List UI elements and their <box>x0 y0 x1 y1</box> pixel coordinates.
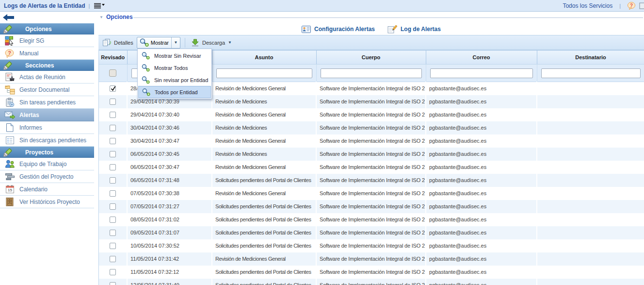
sidebar-group-secciones[interactable]: Secciones <box>0 60 94 71</box>
menu-lines-icon[interactable] <box>93 2 105 9</box>
cuerpo-filter-input[interactable] <box>321 68 422 78</box>
table-row[interactable]: 09/05/2014 07:31:07Solicitudes pendiente… <box>99 226 644 239</box>
back-arrow-icon[interactable] <box>3 14 14 21</box>
collapse-arrow-icon[interactable]: ▼ <box>99 15 103 19</box>
row-checkbox[interactable] <box>110 217 116 223</box>
todos-los-servicios-link[interactable]: Todos los Servicios <box>563 2 612 9</box>
row-checkbox[interactable] <box>110 164 116 170</box>
row-checkbox[interactable] <box>110 190 116 197</box>
table-row[interactable]: 11/05/2014 07:31:42Revisión de Medicione… <box>99 252 644 266</box>
col-correo[interactable]: Correo <box>426 50 537 65</box>
row-checkbox[interactable] <box>110 230 116 236</box>
manual-icon: ? <box>0 49 19 58</box>
menu-item-3[interactable]: Sin revisar por Entidad <box>138 74 211 86</box>
sidebar-item-calendario[interactable]: 15Calendario <box>0 183 94 196</box>
configuracion-alertas-link[interactable]: Configuración Alertas <box>302 26 375 33</box>
select-all-checkbox[interactable] <box>109 69 116 77</box>
row-checkbox[interactable] <box>110 85 116 92</box>
cell-asunto: Solicitudes pendientes del Portal de Cli… <box>212 226 316 239</box>
row-checkbox[interactable] <box>110 112 116 118</box>
section-legend: Opciones <box>106 14 133 20</box>
cell-fecha: 07/05/2014 07:30:38 <box>127 187 212 200</box>
row-checkbox[interactable] <box>110 138 116 144</box>
row-checkbox[interactable] <box>110 269 116 275</box>
row-checkbox[interactable] <box>110 151 116 157</box>
sidebar-item-descargas[interactable]: Sin descargas pendientes <box>0 134 94 147</box>
table-row[interactable]: 10/05/2014 07:30:52Solicitudes pendiente… <box>99 239 644 252</box>
descarga-icon <box>191 39 199 47</box>
cell-cuerpo: Software de Implementación Integral de I… <box>316 161 426 174</box>
col-revisado[interactable]: Revisado <box>99 50 127 65</box>
sidebar-group-label: Opciones <box>25 26 52 33</box>
row-checkbox[interactable] <box>110 99 116 105</box>
table-row[interactable]: 12/05/2014 07:31:49Solicitudes pendiente… <box>99 279 644 285</box>
menu-item-1[interactable]: Mostrar Sin Revisar <box>138 50 211 62</box>
cell-fecha: 30/04/2014 07:30:47 <box>127 134 212 148</box>
table-row[interactable]: 07/05/2014 07:31:27Solicitudes pendiente… <box>99 200 644 213</box>
cell-correo: pgbastante@audisec.es <box>426 121 537 134</box>
svg-text:?: ? <box>8 50 11 55</box>
menu-item-4[interactable]: Todos por Entidad <box>138 86 211 98</box>
legend-rule <box>133 17 643 18</box>
menu-item-label: Sin revisar por Entidad <box>154 77 208 83</box>
sidebar-item-equipo[interactable]: Equipo de Trabajo <box>0 158 94 170</box>
row-checkbox[interactable] <box>110 125 116 131</box>
log-pencil-icon <box>387 25 397 34</box>
mostrar-split-button[interactable]: Mostrar ▼ <box>137 37 180 49</box>
table-row[interactable]: 30/04/2014 07:30:47Revisión de Medicione… <box>99 134 644 148</box>
sidebar: OpcionesElegir SG?ManualSeccionesActas d… <box>0 12 94 208</box>
descargas-icon <box>0 136 19 145</box>
col-cuerpo[interactable]: Cuerpo <box>316 50 426 65</box>
sidebar-item-gestor-documental[interactable]: Gestor Documental <box>0 84 94 96</box>
sidebar-item-alertas[interactable]: Alertas <box>0 109 94 121</box>
cell-asunto: Solicitudes pendientes del Portal de Cli… <box>212 266 316 279</box>
table-row[interactable]: 07/05/2014 07:30:38Revisión de Medicione… <box>99 187 644 200</box>
cell-asunto: Revisión de Mediciones <box>212 95 316 108</box>
table-row[interactable]: 06/05/2014 07:30:47Revisión de Medicione… <box>99 161 644 174</box>
sidebar-group-proyectos[interactable]: Proyectos <box>0 147 94 158</box>
table-row[interactable]: 08/05/2014 07:31:02Solicitudes pendiente… <box>99 213 644 226</box>
lupa-plus-icon <box>142 64 150 72</box>
lupa-plus-icon <box>142 52 150 60</box>
sidebar-item-tareas[interactable]: Sin tareas pendientes <box>0 96 94 109</box>
row-checkbox[interactable] <box>110 256 116 262</box>
mostrar-dropdown-arrow[interactable]: ▼ <box>171 37 180 48</box>
row-checkbox[interactable] <box>110 203 116 210</box>
row-checkbox[interactable] <box>110 243 116 249</box>
destinatario-filter-input[interactable] <box>541 68 641 78</box>
cell-fecha: 12/05/2014 07:31:49 <box>127 279 212 285</box>
row-checkbox[interactable] <box>110 177 116 184</box>
descarga-dropdown-arrow[interactable]: ▼ <box>228 40 232 45</box>
sidebar-item-gestion-proyecto[interactable]: Gestión del Proyecto <box>0 170 94 183</box>
correo-filter-input[interactable] <box>430 68 533 78</box>
row-checkbox[interactable] <box>110 282 116 285</box>
sidebar-group-opciones[interactable]: Opciones <box>0 23 94 34</box>
cell-cuerpo: Software de Implementación Integral de I… <box>316 82 426 95</box>
configuracion-alertas-label: Configuración Alertas <box>314 26 375 33</box>
help-icon[interactable]: ? <box>628 2 636 10</box>
menu-item-2[interactable]: Mostrar Todos <box>138 62 211 74</box>
cell-destinatario <box>537 121 644 134</box>
table-row[interactable]: 29/04/2014 07:30:40Revisión de Medicione… <box>99 108 644 121</box>
col-destinatario[interactable]: Destinatario <box>537 50 644 65</box>
sidebar-item-actas-reunion[interactable]: Actas de Reunión <box>0 71 94 84</box>
col-asunto[interactable]: Asunto <box>212 50 316 65</box>
descarga-button[interactable]: Descarga ▼ <box>188 37 235 49</box>
detalles-button[interactable]: Detalles <box>99 37 136 49</box>
table-row[interactable]: 06/05/2014 07:31:48Solicitudes pendiente… <box>99 174 644 187</box>
sidebar-item-informes[interactable]: Informes <box>0 121 94 134</box>
cell-destinatario <box>537 134 644 148</box>
table-row[interactable]: 06/05/2014 07:30:45Revisión de Medicione… <box>99 148 644 161</box>
cell-correo: pgbastante@audisec.es <box>426 134 537 148</box>
table-row[interactable]: 30/04/2014 07:30:46Revisión de Medicione… <box>99 121 644 134</box>
sidebar-item-elegir-sg[interactable]: Elegir SG <box>0 34 94 47</box>
clipped-icon[interactable] <box>639 2 644 10</box>
sidebar-item-manual[interactable]: ?Manual <box>0 47 94 60</box>
asunto-filter-input[interactable] <box>216 68 312 78</box>
page-title: Logs de Alertas de la Entidad <box>4 2 85 9</box>
table-row[interactable]: 11/05/2014 07:32:12Solicitudes pendiente… <box>99 266 644 279</box>
elegir-sg-icon <box>0 36 19 46</box>
log-de-alertas-link[interactable]: Log de Alertas <box>387 25 441 34</box>
cell-correo: pgbastante@audisec.es <box>426 95 537 108</box>
sidebar-item-historicos[interactable]: Ver Históricos Proyecto <box>0 196 94 208</box>
